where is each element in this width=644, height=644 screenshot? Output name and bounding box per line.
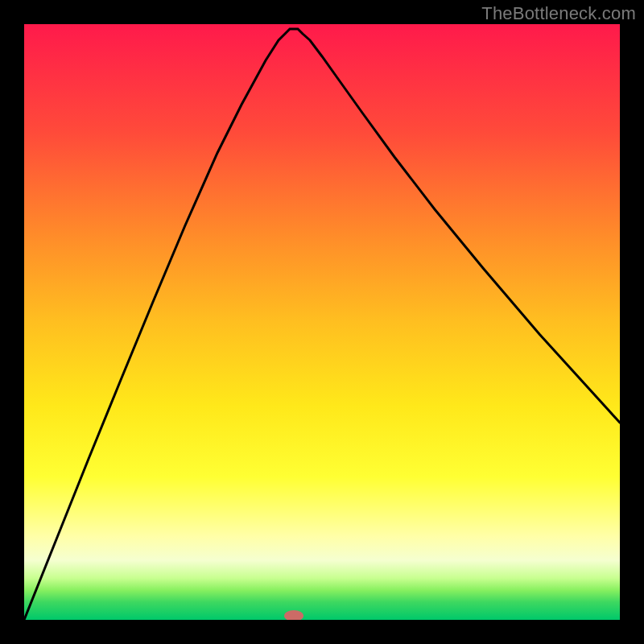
minimum-marker — [284, 610, 303, 620]
chart-svg — [24, 24, 620, 620]
bottleneck-curve — [24, 29, 620, 620]
plot-area — [24, 24, 620, 620]
watermark-text: TheBottleneck.com — [481, 3, 636, 24]
chart-frame: TheBottleneck.com — [0, 0, 644, 644]
